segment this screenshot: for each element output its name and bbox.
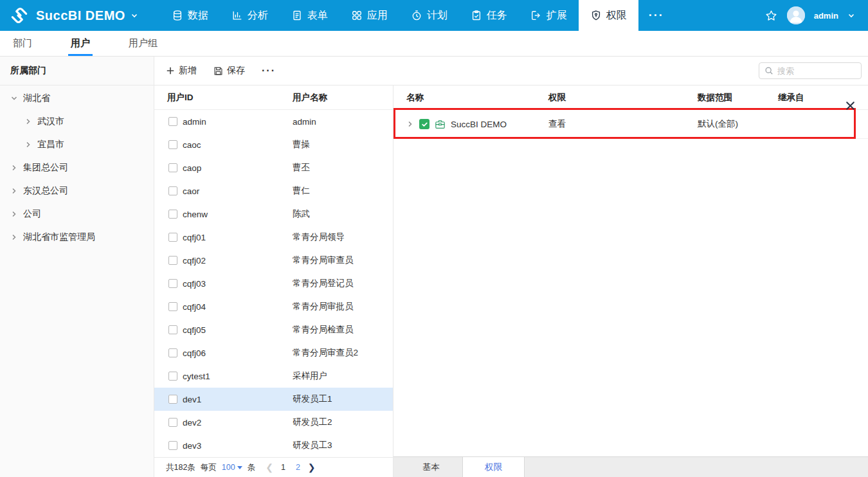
row-checkbox[interactable]	[168, 163, 177, 172]
user-row[interactable]: dev1 研发员工1	[154, 388, 393, 411]
tab-user-group[interactable]: 用户组	[126, 31, 160, 56]
per-page-select[interactable]: 100	[222, 463, 242, 472]
chevron-down-icon	[131, 12, 138, 19]
chevron-right-icon[interactable]	[10, 210, 18, 218]
row-checkbox[interactable]	[168, 372, 177, 381]
nav-item-tasks[interactable]: 任务	[459, 0, 519, 31]
row-checkbox[interactable]	[168, 418, 177, 427]
nav-item-analysis[interactable]: 分析	[220, 0, 280, 31]
tree-item-market-bureau[interactable]: 湖北省市监管理局	[0, 226, 154, 249]
tree-item-company[interactable]: 公司	[0, 203, 154, 226]
nav-item-label: 任务	[487, 9, 507, 22]
user-row[interactable]: admin admin	[154, 110, 393, 133]
user-name-cell: 研发员工1	[293, 393, 393, 405]
user-id-cell: dev1	[183, 395, 293, 404]
page-number-2[interactable]: 2	[293, 463, 303, 472]
tree-item-donghan-hq[interactable]: 东汉总公司	[0, 179, 154, 203]
row-checkbox[interactable]	[168, 140, 177, 149]
chevron-right-icon[interactable]	[10, 233, 18, 241]
chevron-right-icon[interactable]	[10, 187, 18, 195]
star-icon[interactable]	[764, 9, 778, 22]
next-page-button[interactable]: ❯︎	[308, 462, 316, 473]
search-input[interactable]	[777, 66, 856, 76]
extension-icon	[530, 10, 542, 21]
user-name-cell: 常青分局领导	[293, 231, 393, 243]
row-checkbox[interactable]	[168, 395, 177, 404]
user-id-cell: admin	[183, 117, 293, 127]
save-icon	[213, 66, 223, 76]
clock-icon	[411, 10, 422, 21]
chevron-down-icon[interactable]	[10, 94, 18, 102]
prev-page-button[interactable]: ❮︎	[266, 462, 273, 473]
row-checkbox[interactable]	[168, 441, 177, 450]
tab-department[interactable]: 部门	[10, 31, 35, 56]
row-checkbox[interactable]	[168, 117, 177, 126]
add-button[interactable]: 新增	[166, 65, 197, 76]
nav-item-apps[interactable]: 应用	[339, 0, 399, 31]
user-row[interactable]: caop 曹丕	[154, 156, 393, 179]
user-row[interactable]: cqfj01 常青分局领导	[154, 226, 393, 249]
user-row[interactable]: chenw 陈武	[154, 203, 393, 226]
tree-item-label: 武汉市	[37, 116, 64, 127]
user-row[interactable]: cqfj03 常青分局登记员	[154, 272, 393, 295]
toolbar-more-button[interactable]: ···	[262, 65, 276, 76]
user-row[interactable]: cqfj02 常青分局审查员	[154, 249, 393, 272]
page-number-1[interactable]: 1	[278, 463, 288, 472]
tab-user[interactable]: 用户	[68, 31, 93, 56]
nav-more-button[interactable]: ···	[638, 0, 674, 31]
tree-item-group-hq[interactable]: 集团总公司	[0, 156, 154, 179]
row-checkbox[interactable]	[168, 256, 177, 265]
permission-checkbox-checked[interactable]	[419, 119, 429, 129]
user-row[interactable]: caoc 曹操	[154, 133, 393, 156]
chevron-down-icon[interactable]	[847, 12, 855, 19]
chevron-right-icon[interactable]	[24, 141, 32, 148]
user-row[interactable]: cytest1 采样用户	[154, 364, 393, 388]
permission-row[interactable]: SuccBI DEMO 查看 默认(全部)	[393, 110, 868, 139]
tab-permission[interactable]: 权限	[462, 457, 525, 477]
user-row[interactable]: dev3 研发员工3	[154, 434, 393, 457]
close-icon[interactable]	[845, 100, 856, 111]
row-checkbox[interactable]	[168, 186, 177, 195]
avatar[interactable]	[787, 6, 805, 24]
chevron-right-icon[interactable]	[24, 118, 32, 125]
row-checkbox[interactable]	[168, 302, 177, 311]
nav-item-label: 权限	[606, 9, 627, 22]
top-navigation: SuccBI DEMO 数据 分析 表单 应用	[0, 0, 868, 31]
row-checkbox[interactable]	[168, 325, 177, 334]
tree-item-yichang[interactable]: 宜昌市	[0, 133, 154, 156]
user-row[interactable]: caor 曹仁	[154, 179, 393, 203]
row-checkbox[interactable]	[168, 233, 177, 242]
nav-item-form[interactable]: 表单	[280, 0, 339, 31]
tree-item-label: 东汉总公司	[23, 185, 68, 197]
tab-basic[interactable]: 基本	[400, 457, 462, 477]
user-id-cell: cqfj04	[183, 302, 293, 312]
user-row[interactable]: cqfj06 常青分局审查员2	[154, 341, 393, 364]
chevron-right-icon[interactable]	[406, 120, 414, 128]
user-name-cell: 曹仁	[293, 185, 393, 197]
username[interactable]: admin	[814, 11, 838, 21]
chevron-right-icon[interactable]	[10, 164, 18, 172]
column-header-user-id: 用户ID	[154, 92, 293, 104]
row-checkbox[interactable]	[168, 348, 177, 357]
user-name-cell: 研发员工2	[293, 417, 393, 428]
user-id-cell: caop	[183, 163, 293, 173]
main-area: 新增 保存 ··· 用户ID 用户名称	[154, 57, 868, 477]
brand-menu[interactable]: SuccBI DEMO	[0, 0, 138, 31]
nav-item-extensions[interactable]: 扩展	[519, 0, 579, 31]
nav-item-permissions[interactable]: 权限	[579, 0, 638, 31]
save-button[interactable]: 保存	[213, 65, 245, 76]
nav-item-data[interactable]: 数据	[160, 0, 220, 31]
user-row[interactable]: cqfj04 常青分局审批员	[154, 295, 393, 318]
tree-item-wuhan[interactable]: 武汉市	[0, 110, 154, 133]
user-name-cell: 常青分局审查员	[293, 255, 393, 266]
tree-item-label: 湖北省市监管理局	[23, 231, 95, 243]
user-row[interactable]: cqfj05 常青分局检查员	[154, 318, 393, 341]
form-icon	[291, 10, 303, 21]
row-checkbox[interactable]	[168, 210, 177, 219]
row-checkbox[interactable]	[168, 279, 177, 288]
tree-item-hubei[interactable]: 湖北省	[0, 87, 154, 110]
nav-item-plan[interactable]: 计划	[399, 0, 459, 31]
add-button-label: 新增	[179, 65, 197, 76]
user-row[interactable]: dev2 研发员工2	[154, 411, 393, 434]
detail-tab-bar: 基本 权限	[393, 456, 868, 477]
